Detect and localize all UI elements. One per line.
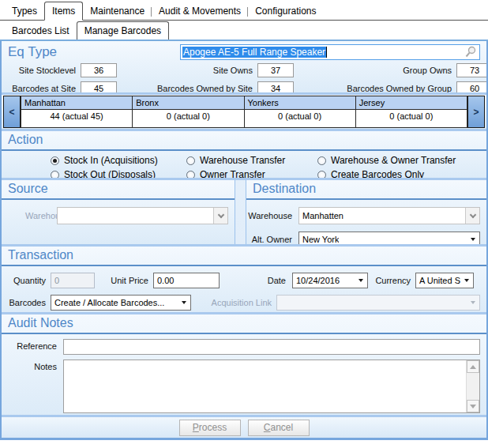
radio-button-icon (317, 171, 326, 179)
action-heading: Action (2, 131, 486, 149)
tab-barcodes-list[interactable]: Barcodes List (5, 22, 77, 40)
eq-type-heading: Eq Type (8, 44, 180, 60)
group-owns-value: 73 (456, 63, 486, 77)
tab-configurations[interactable]: Configurations (248, 2, 323, 20)
warehouse-value-bronx: 0 (actual 0) (133, 110, 244, 127)
stock-summary-grid: Site Stocklevel 36 Barcodes at Site 45 S… (8, 63, 486, 95)
action-panel: Action Stock In (Acquisitions) Warehouse… (2, 131, 486, 180)
warehouse-value-manhattan: 44 (actual 45) (21, 110, 133, 127)
alt-owner-label: Alt. Owner (246, 235, 298, 244)
notes-input[interactable] (64, 360, 466, 412)
search-icon[interactable] (464, 46, 477, 62)
date-value: 10/24/2016 (296, 276, 340, 285)
tab-manage-barcodes[interactable]: Manage Barcodes (77, 21, 169, 40)
tab-types[interactable]: Types (5, 2, 44, 20)
manage-barcodes-content: Eq Type Apogee AE-5 Full Range Speaker (0, 41, 488, 417)
date-label: Date (265, 276, 292, 285)
eq-type-panel: Eq Type Apogee AE-5 Full Range Speaker (2, 41, 486, 95)
footer-button-bar: Process Cancel (0, 417, 488, 438)
barcodes-at-site-value: 45 (81, 81, 117, 95)
warehouse-strip-panel: < Manhattan Bronx Yonkers Jersey 44 (act… (2, 95, 486, 131)
warehouse-col-yonkers[interactable]: Yonkers (245, 96, 356, 109)
secondary-tab-bar: Barcodes List Manage Barcodes (0, 21, 488, 41)
barcodes-owned-by-site-label: Barcodes Owned by Site (117, 84, 257, 93)
warehouse-col-bronx[interactable]: Bronx (133, 96, 244, 109)
notes-label: Notes (2, 360, 63, 413)
source-heading: Source (2, 180, 235, 198)
source-destination-row: Source Warehouse Destination Warehouse (2, 180, 486, 247)
currency-label: Currency (374, 276, 415, 285)
tab-audit-movements[interactable]: Audit & Movements (152, 2, 248, 20)
dropdown-arrow-icon[interactable] (460, 279, 473, 282)
chevron-down-icon[interactable] (465, 208, 479, 224)
radio-button-icon (317, 156, 326, 165)
reference-input[interactable] (63, 339, 480, 355)
barcodes-owned-by-site-value: 34 (257, 81, 294, 95)
destination-warehouse-value: Manhatten (302, 211, 343, 220)
process-button[interactable]: Process (179, 420, 241, 436)
site-stocklevel-label: Site Stocklevel (8, 66, 81, 75)
reference-label: Reference (2, 339, 63, 355)
radio-button-icon (186, 156, 195, 165)
currency-select[interactable]: A United State (415, 273, 474, 288)
destination-panel: Destination Warehouse Manhatten Alt. Own… (246, 180, 486, 244)
strip-next-button[interactable]: > (467, 96, 485, 128)
acquisition-link-select[interactable] (276, 295, 480, 311)
dropdown-arrow-icon (467, 301, 479, 304)
radio-warehouse-transfer-label: Warehouse Transfer (200, 155, 285, 166)
dropdown-arrow-icon[interactable] (467, 238, 479, 241)
radio-owner-transfer-label: Owner Transfer (200, 169, 265, 180)
warehouse-table: Manhattan Bronx Yonkers Jersey 44 (actua… (21, 96, 467, 128)
radio-create-barcodes-only[interactable]: Create Barcodes Only (317, 169, 486, 180)
radio-create-barcodes-only-label: Create Barcodes Only (331, 169, 424, 180)
dropdown-arrow-icon[interactable] (178, 301, 190, 304)
radio-button-icon (51, 156, 59, 165)
quantity-input[interactable] (51, 273, 95, 288)
radio-stock-out[interactable]: Stock Out (Disposals) (51, 169, 186, 180)
chevron-down-icon[interactable] (213, 208, 227, 224)
warehouse-value-jersey: 0 (actual 0) (356, 110, 467, 127)
radio-stock-out-label: Stock Out (Disposals) (64, 169, 156, 180)
transaction-panel: Transaction Quantity Unit Price Date 10/… (2, 247, 486, 314)
warehouse-col-jersey[interactable]: Jersey (356, 96, 467, 109)
barcodes-select[interactable]: Create / Allocate Barcodes... (51, 295, 191, 311)
alt-owner-select[interactable]: New York (298, 232, 480, 247)
radio-warehouse-owner-transfer[interactable]: Warehouse & Owner Transfer (317, 155, 486, 166)
radio-button-icon (186, 171, 195, 179)
barcodes-at-site-label: Barcodes at Site (8, 84, 81, 93)
primary-tab-bar: Types Items Maintenance Audit & Movement… (0, 0, 488, 21)
text-caret (326, 47, 327, 58)
source-warehouse-select[interactable] (57, 207, 228, 224)
radio-owner-transfer[interactable]: Owner Transfer (186, 169, 317, 180)
tab-maintenance[interactable]: Maintenance (83, 2, 152, 20)
barcodes-label: Barcodes (2, 298, 51, 307)
audit-notes-panel: Audit Notes Reference Notes (2, 314, 486, 417)
scrollbar-track[interactable] (467, 373, 479, 400)
alt-owner-value: New York (302, 235, 339, 244)
source-warehouse-label: Warehouse (2, 211, 57, 220)
site-owns-value: 37 (257, 63, 294, 77)
scroll-down-icon[interactable] (467, 400, 479, 412)
tab-items[interactable]: Items (44, 2, 83, 21)
unit-price-input[interactable] (153, 273, 220, 288)
cancel-button[interactable]: Cancel (248, 420, 310, 436)
notes-scrollbar[interactable] (466, 360, 479, 412)
destination-warehouse-select[interactable]: Manhatten (298, 207, 480, 224)
eq-type-selected-text: Apogee AE-5 Full Range Speaker (182, 47, 326, 58)
scroll-up-icon[interactable] (467, 360, 479, 373)
radio-button-icon (51, 171, 59, 179)
source-panel: Source Warehouse (2, 180, 235, 244)
acquisition-link-label: Acquisition Link (204, 298, 276, 307)
barcodes-owned-by-group-value: 60 (456, 81, 486, 95)
manage-barcodes-window: Types Items Maintenance Audit & Movement… (0, 0, 488, 448)
dropdown-arrow-icon[interactable] (355, 279, 367, 282)
radio-warehouse-transfer[interactable]: Warehouse Transfer (186, 155, 317, 166)
warehouse-col-manhattan[interactable]: Manhattan (21, 96, 133, 109)
radio-warehouse-owner-transfer-label: Warehouse & Owner Transfer (331, 155, 456, 166)
eq-type-search-input[interactable]: Apogee AE-5 Full Range Speaker (180, 44, 480, 60)
strip-prev-button[interactable]: < (3, 96, 21, 128)
date-picker[interactable]: 10/24/2016 (292, 273, 368, 288)
radio-stock-in[interactable]: Stock In (Acquisitions) (51, 155, 186, 166)
site-stocklevel-value: 36 (81, 63, 117, 77)
destination-warehouse-label: Warehouse (246, 211, 298, 220)
